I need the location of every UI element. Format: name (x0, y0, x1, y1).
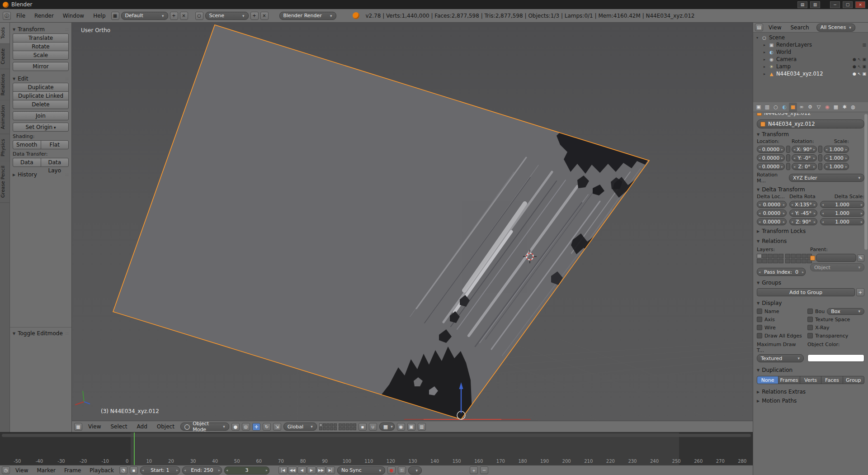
remove-scene-icon[interactable]: × (260, 12, 269, 20)
viewport-menu-select[interactable]: Select (107, 423, 131, 431)
timeline-menu-frame[interactable]: Frame (61, 467, 84, 474)
selectability-icon[interactable]: ↖ (858, 71, 861, 76)
expand-icon[interactable]: ▸ (762, 57, 767, 62)
renderability-icon[interactable]: ▣ (862, 64, 866, 69)
lock-time-icon[interactable]: ▪ (130, 466, 138, 474)
relations-extras-panel-header[interactable]: Relations Extras (757, 388, 864, 396)
selectability-icon[interactable]: ↖ (858, 57, 861, 62)
join-button[interactable]: Join (13, 111, 69, 120)
set-origin-menu[interactable]: Set Origin (13, 123, 69, 132)
record-button[interactable]: ● (387, 466, 396, 474)
manipulator-scale-icon[interactable]: ⇲ (273, 423, 281, 431)
duplication-verts-button[interactable]: Verts (800, 376, 821, 384)
renderability-icon[interactable]: ▣ (862, 57, 866, 62)
scene-browse-icon[interactable]: ○ (195, 12, 203, 20)
delete-button[interactable]: Delete (13, 100, 69, 109)
shade-smooth-button[interactable]: Smooth (13, 140, 41, 149)
add-layout-icon[interactable]: + (170, 12, 178, 20)
add-group-plus-icon[interactable]: + (856, 288, 864, 296)
properties-scrollbar[interactable] (864, 114, 868, 250)
duplication-panel-header[interactable]: Duplication (757, 366, 864, 374)
workspace-icon[interactable]: ▤ (797, 1, 807, 8)
lock-camera-icon[interactable]: ▪ (359, 423, 367, 431)
keying-set-icon[interactable]: ⚿ (398, 466, 406, 474)
tab-particles[interactable]: ✱ (840, 103, 849, 112)
transform-locks-panel-header[interactable]: Transform Locks (757, 227, 864, 235)
data-transfer-layout-button[interactable]: Data Layo (41, 158, 69, 167)
lock-location-y-button[interactable] (786, 154, 790, 162)
expand-icon[interactable]: ▸ (762, 43, 767, 47)
viewport-menu-view[interactable]: View (85, 423, 104, 431)
object-name-field[interactable]: N44E034_xyz.012 (757, 119, 864, 128)
screen-layout-browse-icon[interactable]: ▦ (111, 12, 119, 20)
scale-z-field[interactable]: 1.000 (824, 163, 849, 170)
layers-group-2[interactable] (785, 254, 812, 263)
remove-layout-icon[interactable]: × (180, 12, 188, 20)
duplication-none-button[interactable]: None (757, 376, 778, 384)
proportional-edit-icon[interactable]: ◉ (397, 423, 405, 431)
delta-rotation-y-field[interactable]: Y: -45° (789, 209, 817, 217)
display-panel-header[interactable]: Display (757, 299, 864, 307)
viewport-menu-add[interactable]: Add (133, 423, 151, 431)
transform-panel-header[interactable]: Transform∷ (13, 25, 69, 33)
pivot-center-icon[interactable]: ◎ (242, 423, 250, 431)
screen-layout-selector[interactable]: Default (121, 12, 168, 20)
display-name-check[interactable]: Name (757, 307, 804, 315)
location-x-field[interactable]: 0.0000 (757, 146, 785, 153)
render-engine-selector[interactable]: Blender Render (279, 12, 336, 20)
parent-type-selector[interactable]: Object (810, 263, 864, 271)
delta-scale-y-field[interactable]: 1.000 (820, 209, 864, 217)
mode-selector[interactable]: ◯Object Mode (180, 423, 229, 431)
location-y-field[interactable]: 0.0000 (757, 154, 785, 162)
translate-button[interactable]: Translate (13, 33, 69, 43)
relations-panel-header[interactable]: Relations (757, 237, 864, 245)
render-opengl-anim-icon[interactable]: ▥ (418, 423, 426, 431)
lock-location-x-button[interactable] (786, 146, 790, 153)
frame-start-field[interactable]: Start: 1 (140, 466, 180, 475)
previous-keyframe-button[interactable]: ◀◀ (288, 466, 297, 474)
outliner-display-mode[interactable]: All Scenes (816, 24, 855, 32)
menu-window[interactable]: Window (59, 12, 88, 20)
transform-panel-header[interactable]: Transform (757, 130, 864, 138)
transform-orientation-selector[interactable]: Global (283, 423, 317, 431)
duplication-group-button[interactable]: Group (843, 376, 864, 384)
delta-scale-x-field[interactable]: 1.000 (820, 201, 864, 208)
eyedropper-icon[interactable]: ✎ (857, 254, 864, 262)
outliner-item-world[interactable]: ▸ ◐ World (755, 48, 866, 56)
display-axis-check[interactable]: Axis (757, 315, 804, 323)
menu-file[interactable]: File (13, 12, 29, 20)
expand-icon[interactable]: ▸ (762, 72, 767, 76)
shade-flat-button[interactable]: Flat (41, 140, 69, 149)
current-frame-cursor[interactable] (134, 432, 135, 465)
tab-render[interactable]: ▣ (755, 103, 763, 112)
render-opengl-icon[interactable]: ▣ (407, 423, 415, 431)
lock-rotation-z-button[interactable] (818, 163, 822, 170)
parent-field[interactable]: ✎ (810, 254, 864, 262)
visibility-icon[interactable]: ● (853, 64, 856, 69)
panel-grip-icon[interactable]: ∷ (66, 331, 69, 336)
expand-icon[interactable]: ▸ (762, 65, 767, 69)
minimize-button[interactable]: − (830, 1, 840, 8)
tab-world[interactable]: ◐ (780, 103, 788, 112)
use-preview-range-icon[interactable]: ◔ (119, 466, 127, 474)
add-to-group-button[interactable]: Add to Group (757, 288, 855, 296)
delta-location-x-field[interactable]: 0.0000 (757, 201, 787, 208)
tab-physics[interactable]: Physics (0, 134, 9, 162)
workspace-icon-2[interactable]: ▥ (810, 1, 820, 8)
display-xray-check[interactable]: X-Ray (807, 323, 864, 332)
scene-selector[interactable]: Scene (205, 12, 249, 20)
toggle-editmode-header[interactable]: Toggle Editmode∷ (13, 329, 69, 337)
scale-y-field[interactable]: 1.000 (824, 154, 849, 162)
maximize-button[interactable]: ▢ (843, 1, 853, 8)
sync-mode-selector[interactable]: No Sync (337, 466, 385, 475)
timeline-menu-marker[interactable]: Marker (33, 467, 58, 474)
menu-render[interactable]: Render (31, 12, 57, 20)
visibility-icon[interactable]: ● (853, 57, 856, 62)
expand-icon[interactable]: ▾ (755, 36, 760, 40)
viewport-menu-object[interactable]: Object (153, 423, 178, 431)
renderability-icon[interactable]: ▣ (862, 71, 866, 76)
jump-to-end-button[interactable]: ▶| (326, 466, 335, 474)
tab-constraints[interactable]: ∞ (797, 103, 806, 112)
delta-scale-z-field[interactable]: 1.000 (820, 218, 864, 225)
display-transparency-check[interactable]: Transparency (807, 332, 864, 340)
